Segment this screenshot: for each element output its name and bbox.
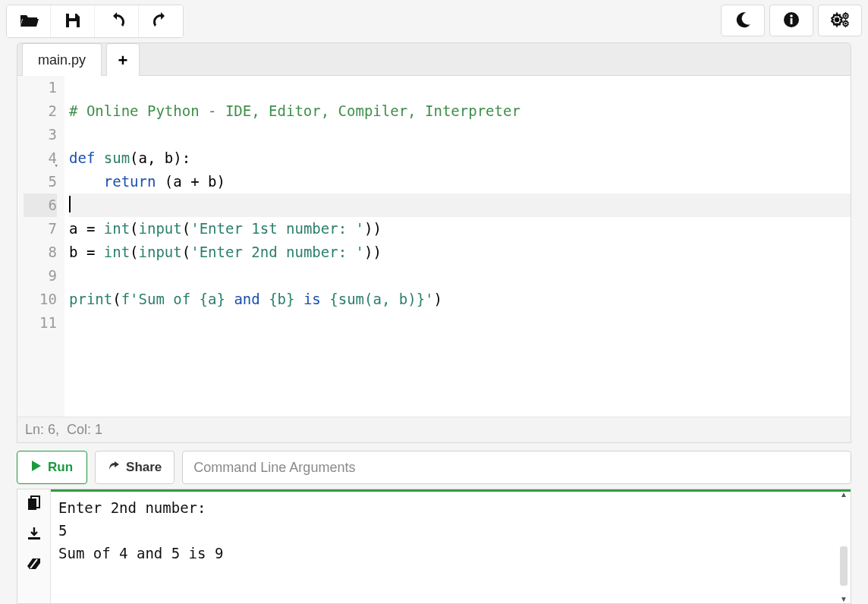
erase-icon	[27, 558, 42, 573]
output-panel: Enter 2nd number: 5 Sum of 4 and 5 is 9 …	[17, 489, 851, 604]
top-toolbar	[0, 0, 868, 42]
theme-toggle-button[interactable]	[721, 5, 765, 36]
code-line[interactable]	[69, 311, 851, 335]
run-button[interactable]: Run	[17, 451, 87, 484]
gutter-line: 8	[24, 241, 57, 264]
gutter-line: 1	[24, 76, 57, 99]
tab-main-py[interactable]: main.py	[22, 43, 102, 77]
share-button[interactable]: Share	[95, 451, 175, 484]
editor-panel: 1234▾567891011 # Online Python - IDE, Ed…	[17, 76, 851, 443]
about-button[interactable]	[769, 5, 813, 36]
copy-icon	[27, 495, 41, 514]
code-line[interactable]	[69, 193, 851, 217]
scroll-thumb[interactable]	[840, 546, 848, 586]
code-editor[interactable]: 1234▾567891011 # Online Python - IDE, Ed…	[17, 76, 851, 417]
output-scrollbar[interactable]: ▲ ▼	[838, 494, 849, 599]
plus-icon: +	[118, 51, 128, 71]
status-col-label: Col:	[67, 422, 91, 437]
status-col-value: 1	[95, 422, 102, 437]
output-download-button[interactable]	[24, 526, 45, 544]
folder-open-icon	[19, 12, 39, 31]
open-file-button[interactable]	[7, 5, 51, 37]
gutter-line: 3	[24, 123, 57, 146]
share-icon	[108, 460, 120, 476]
svg-rect-1	[791, 18, 793, 24]
svg-rect-8	[28, 537, 40, 540]
code-line[interactable]: print(f'Sum of {a} and {b} is {sum(a, b)…	[69, 288, 851, 311]
gutter-line: 11	[24, 311, 57, 335]
gutter-line: 9	[24, 264, 57, 288]
code-line[interactable]	[69, 123, 851, 146]
output-body: Enter 2nd number: 5 Sum of 4 and 5 is 9 …	[51, 489, 851, 603]
code-line[interactable]: b = int(input('Enter 2nd number: '))	[69, 241, 851, 264]
toolbar-right-group	[721, 5, 862, 38]
file-history-group	[6, 5, 184, 38]
cli-args-input[interactable]	[182, 451, 851, 484]
settings-button[interactable]	[818, 5, 862, 36]
svg-point-2	[790, 14, 793, 17]
share-button-label: Share	[126, 460, 162, 475]
svg-point-3	[835, 17, 839, 21]
code-line[interactable]: return (a + b)	[69, 170, 851, 193]
run-button-label: Run	[48, 460, 73, 475]
gutter-line: 10	[24, 288, 57, 311]
code-lines[interactable]: # Online Python - IDE, Editor, Compiler,…	[64, 76, 851, 417]
svg-point-4	[844, 14, 847, 17]
output-clear-button[interactable]	[24, 556, 45, 574]
output-iconbar	[17, 489, 51, 603]
code-line[interactable]: def sum(a, b):	[69, 146, 851, 170]
output-text[interactable]: Enter 2nd number: 5 Sum of 4 and 5 is 9	[51, 492, 851, 569]
add-tab-button[interactable]: +	[106, 43, 140, 77]
code-line[interactable]: # Online Python - IDE, Editor, Compiler,…	[69, 99, 851, 123]
code-line[interactable]	[69, 264, 851, 288]
action-row: Run Share	[17, 451, 851, 484]
redo-icon	[152, 11, 170, 32]
undo-button[interactable]	[95, 5, 139, 37]
gutter-line: 6	[24, 193, 57, 217]
gutter-line: 4▾	[24, 146, 57, 170]
undo-icon	[108, 11, 126, 32]
tabbar: main.py +	[17, 42, 851, 76]
line-gutter: 1234▾567891011	[17, 76, 64, 417]
app-root: main.py + 1234▾567891011 # Online Python…	[0, 0, 868, 604]
play-icon	[31, 460, 42, 476]
scroll-up-icon: ▲	[838, 489, 849, 499]
save-file-button[interactable]	[51, 5, 95, 37]
svg-rect-7	[31, 496, 39, 508]
svg-point-0	[784, 12, 799, 27]
code-line[interactable]: a = int(input('Enter 1st number: '))	[69, 217, 851, 241]
output-copy-button[interactable]	[24, 495, 45, 514]
gutter-line: 2	[24, 99, 57, 123]
svg-point-5	[844, 22, 847, 24]
gears-icon	[830, 11, 850, 30]
status-ln-value: 6	[48, 422, 55, 437]
toolbar-left-group	[6, 5, 184, 38]
moon-icon	[734, 11, 751, 30]
download-icon	[27, 527, 41, 543]
status-ln-label: Ln:	[25, 422, 44, 437]
info-icon	[783, 11, 800, 30]
svg-rect-6	[28, 499, 36, 510]
code-line[interactable]	[69, 76, 851, 99]
tab-label: main.py	[38, 52, 86, 68]
gutter-line: 5	[24, 170, 57, 193]
gutter-line: 7	[24, 217, 57, 241]
editor-statusbar: Ln: 6, Col: 1	[17, 417, 851, 442]
scroll-down-icon: ▼	[838, 594, 849, 603]
redo-button[interactable]	[139, 5, 183, 37]
save-icon	[64, 12, 81, 31]
